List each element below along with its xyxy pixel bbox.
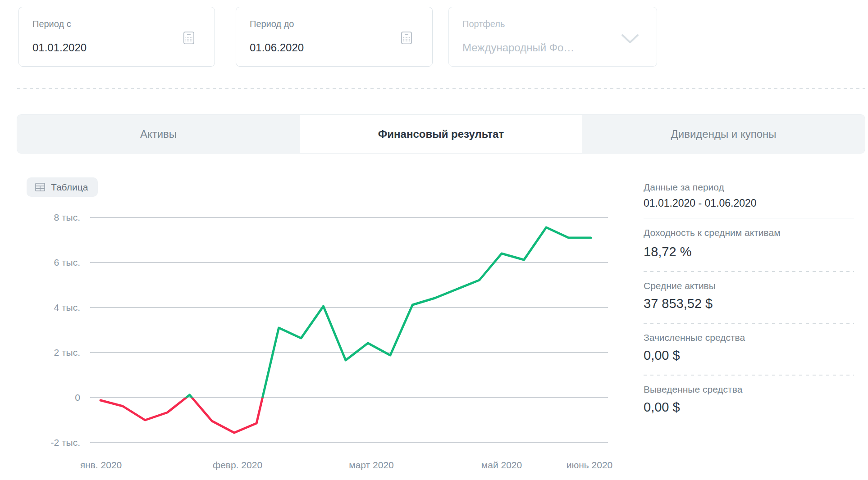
y-tick-label: 4 тыс. [54, 302, 80, 312]
stat-yield-label: Доходность к средним активам [644, 227, 781, 238]
stat-yield-value: 18,72 % [644, 245, 691, 259]
stat-deposited-label: Зачисленные средства [644, 332, 745, 343]
y-tick-label: -2 тыс. [50, 437, 80, 448]
stat-period-label: Данные за период [644, 182, 724, 193]
stat-avg-assets-label: Средние активы [644, 281, 716, 291]
stat-withdrawn-value: 0,00 $ [644, 400, 680, 415]
stat-period-value: 01.01.2020 - 01.06.2020 [644, 197, 757, 209]
stat-withdrawn-label: Выведенные средства [644, 384, 742, 395]
x-tick-label: май 2020 [481, 460, 522, 470]
page: Период с 01.01.2020 Период до 01.06.2020 [0, 0, 868, 480]
stat-deposited-value: 0,00 $ [644, 348, 680, 363]
divider [644, 218, 854, 218]
x-tick-label: янв. 2020 [80, 460, 122, 470]
y-tick-label: 2 тыс. [54, 347, 80, 358]
divider [644, 271, 854, 272]
x-tick-label: февр. 2020 [213, 460, 262, 470]
x-tick-label: март 2020 [349, 460, 394, 470]
y-tick-label: 0 [75, 392, 80, 403]
y-tick-label: 6 тыс. [54, 257, 80, 267]
y-tick-label: 8 тыс. [54, 212, 80, 222]
chart-svg: 8 тыс.6 тыс.4 тыс.2 тыс.0-2 тыс.янв. 202… [0, 0, 868, 480]
stat-avg-assets-value: 37 853,52 $ [644, 296, 713, 311]
divider [644, 323, 854, 324]
divider [644, 375, 854, 376]
x-tick-label: июнь 2020 [566, 460, 613, 470]
